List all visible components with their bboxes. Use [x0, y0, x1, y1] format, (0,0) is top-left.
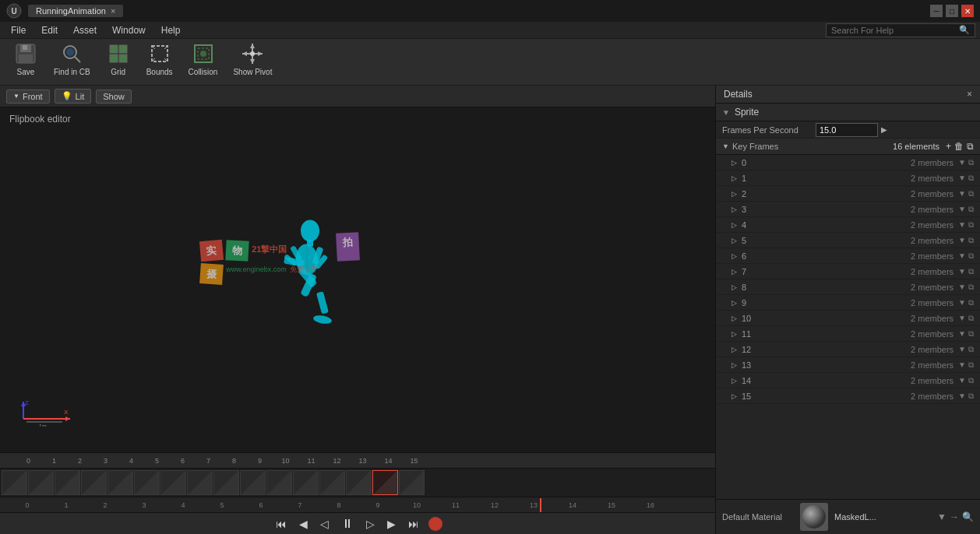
close-tab-icon[interactable]: × [111, 6, 115, 16]
step-forward-button[interactable]: ▷ [363, 516, 378, 532]
keyframe-item-7[interactable]: ▷ 7 2 members ▼ ⧉ [716, 264, 980, 279]
keyframe-item-3[interactable]: ▷ 3 2 members ▼ ⧉ [716, 202, 980, 217]
kf-item-copy-icon[interactable]: ⧉ [968, 345, 974, 354]
frame-cell-11[interactable] [293, 470, 319, 495]
grid-button[interactable]: Grid [99, 40, 138, 80]
sprite-section-header[interactable]: ▼ Sprite [716, 104, 980, 121]
frame-cell-2[interactable] [55, 470, 80, 495]
kf-item-arrow-down-icon[interactable]: ▼ [958, 345, 966, 353]
fps-input[interactable] [816, 123, 878, 137]
kf-item-copy-icon[interactable]: ⧉ [968, 376, 974, 385]
kf-item-arrow-down-icon[interactable]: ▼ [958, 283, 966, 291]
kf-item-copy-icon[interactable]: ⧉ [968, 189, 974, 198]
kf-item-copy-icon[interactable]: ⧉ [968, 205, 974, 214]
show-button[interactable]: Show [96, 90, 132, 104]
next-frame-button[interactable]: ▶ [384, 516, 399, 532]
record-button[interactable] [428, 517, 442, 531]
kf-item-arrow-down-icon[interactable]: ▼ [958, 236, 966, 244]
keyframe-item-4[interactable]: ▷ 4 2 members ▼ ⧉ [716, 217, 980, 233]
frame-cell-7[interactable] [187, 470, 213, 495]
frame-cell-4[interactable] [108, 470, 133, 495]
show-pivot-button[interactable]: Show Pivot [226, 40, 279, 80]
menu-edit[interactable]: Edit [35, 23, 64, 37]
prev-frame-button[interactable]: ◀ [296, 516, 311, 532]
keyframe-item-6[interactable]: ▷ 6 2 members ▼ ⧉ [716, 248, 980, 264]
frame-strip[interactable] [0, 469, 715, 497]
maximize-button[interactable]: □ [946, 5, 958, 17]
material-dropdown-button[interactable]: ▼ [937, 511, 947, 522]
keyframe-item-15[interactable]: ▷ 15 2 members ▼ ⧉ [716, 388, 980, 404]
frame-cell-0[interactable] [2, 470, 27, 495]
view-direction-button[interactable]: ▼ Front [6, 90, 50, 104]
goto-last-button[interactable]: ⏭ [405, 516, 422, 532]
frame-cell-13[interactable] [346, 470, 372, 495]
duplicate-keyframe-button[interactable]: ⧉ [967, 141, 974, 152]
kf-item-arrow-down-icon[interactable]: ▼ [958, 267, 966, 276]
keyframe-item-9[interactable]: ▷ 9 2 members ▼ ⧉ [716, 295, 980, 311]
kf-item-arrow-down-icon[interactable]: ▼ [958, 329, 966, 338]
keyframe-item-14[interactable]: ▷ 14 2 members ▼ ⧉ [716, 373, 980, 388]
bounds-button[interactable]: Bounds [139, 40, 180, 80]
details-close-icon[interactable]: × [967, 89, 972, 100]
viewport-canvas[interactable]: Flipbook editor [0, 107, 715, 452]
menu-file[interactable]: File [5, 23, 32, 37]
kf-item-arrow-down-icon[interactable]: ▼ [958, 251, 966, 260]
keyframe-item-1[interactable]: ▷ 1 2 members ▼ ⧉ [716, 170, 980, 186]
frame-cell-3[interactable] [81, 470, 107, 495]
kf-item-copy-icon[interactable]: ⧉ [968, 392, 974, 401]
search-input[interactable] [831, 26, 956, 35]
keyframe-item-0[interactable]: ▷ 0 2 members ▼ ⧉ [716, 155, 980, 170]
material-browse-button[interactable]: → [950, 511, 959, 522]
menu-asset[interactable]: Asset [67, 23, 103, 37]
kf-item-copy-icon[interactable]: ⧉ [968, 220, 974, 230]
kf-item-arrow-down-icon[interactable]: ▼ [958, 392, 966, 400]
kf-item-arrow-down-icon[interactable]: ▼ [958, 174, 966, 182]
kf-item-arrow-down-icon[interactable]: ▼ [958, 298, 966, 307]
minimize-button[interactable]: ─ [930, 5, 943, 17]
frame-cell-14[interactable] [372, 470, 398, 495]
editor-tab[interactable]: RunningAnimation × [28, 5, 123, 17]
kf-item-copy-icon[interactable]: ⧉ [968, 360, 974, 370]
kf-item-arrow-down-icon[interactable]: ▼ [958, 220, 966, 229]
frame-cell-1[interactable] [28, 470, 54, 495]
kf-item-arrow-down-icon[interactable]: ▼ [958, 360, 966, 369]
add-keyframe-button[interactable]: + [946, 141, 951, 152]
kf-item-copy-icon[interactable]: ⧉ [968, 314, 974, 323]
goto-first-button[interactable]: ⏮ [273, 516, 290, 532]
kf-item-copy-icon[interactable]: ⧉ [968, 251, 974, 261]
menu-window[interactable]: Window [106, 23, 152, 37]
kf-item-arrow-down-icon[interactable]: ▼ [958, 205, 966, 213]
kf-item-copy-icon[interactable]: ⧉ [968, 236, 974, 245]
kf-item-arrow-down-icon[interactable]: ▼ [958, 189, 966, 198]
keyframe-item-11[interactable]: ▷ 11 2 members ▼ ⧉ [716, 326, 980, 342]
kf-item-copy-icon[interactable]: ⧉ [968, 283, 974, 292]
frame-cell-6[interactable] [160, 470, 186, 495]
frame-cell-8[interactable] [213, 470, 239, 495]
delete-keyframe-button[interactable]: 🗑 [954, 141, 964, 152]
frame-cell-5[interactable] [134, 470, 160, 495]
find-in-cb-button[interactable]: Find in CB [47, 40, 97, 80]
frame-cell-15[interactable] [399, 470, 425, 495]
kf-item-copy-icon[interactable]: ⧉ [968, 267, 974, 276]
frame-cell-9[interactable] [240, 470, 266, 495]
kf-item-arrow-down-icon[interactable]: ▼ [958, 314, 966, 322]
save-button[interactable]: Save [6, 40, 45, 80]
lighting-mode-button[interactable]: 💡 Lit [55, 89, 92, 104]
close-button[interactable]: ✕ [961, 5, 974, 17]
kf-item-copy-icon[interactable]: ⧉ [968, 158, 974, 167]
collision-button[interactable]: Collision [182, 40, 225, 80]
keyframe-item-13[interactable]: ▷ 13 2 members ▼ ⧉ [716, 357, 980, 373]
play-pause-button[interactable]: ⏸ [338, 515, 357, 532]
keyframe-item-8[interactable]: ▷ 8 2 members ▼ ⧉ [716, 279, 980, 295]
keyframe-item-12[interactable]: ▷ 12 2 members ▼ ⧉ [716, 342, 980, 357]
kf-item-copy-icon[interactable]: ⧉ [968, 174, 974, 183]
step-back-button[interactable]: ◁ [317, 516, 332, 532]
kf-item-arrow-down-icon[interactable]: ▼ [958, 158, 966, 167]
kf-item-copy-icon[interactable]: ⧉ [968, 298, 974, 307]
frame-cell-10[interactable] [266, 470, 292, 495]
keyframe-item-10[interactable]: ▷ 10 2 members ▼ ⧉ [716, 311, 980, 326]
kf-item-arrow-down-icon[interactable]: ▼ [958, 376, 966, 385]
kf-item-copy-icon[interactable]: ⧉ [968, 329, 974, 339]
material-search-button[interactable]: 🔍 [962, 511, 974, 522]
menu-help[interactable]: Help [155, 23, 187, 37]
